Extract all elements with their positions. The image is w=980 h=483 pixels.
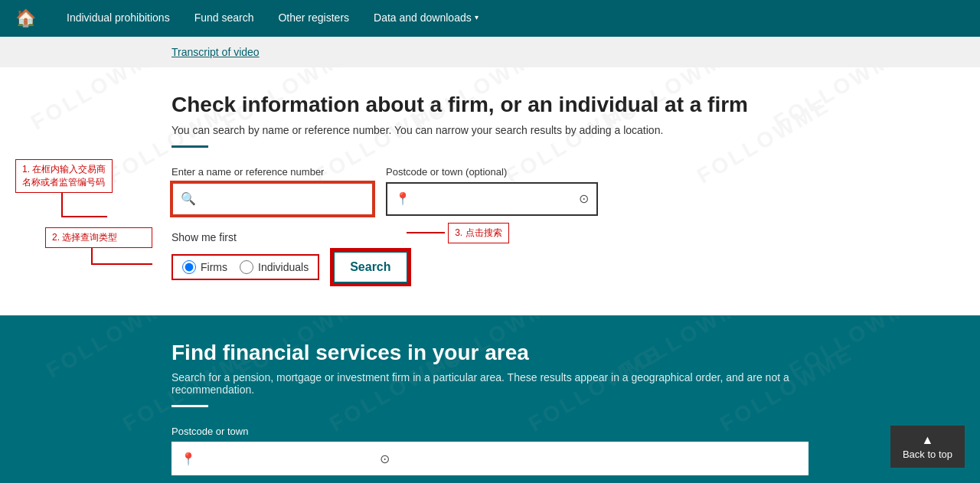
find-location-icon: 📍 bbox=[173, 445, 204, 472]
radio-firms[interactable]: Firms bbox=[182, 260, 227, 274]
find-title: Find financial services in your area bbox=[172, 340, 808, 366]
postcode-label: Postcode or town (optional) bbox=[386, 166, 598, 178]
transcript-bar: Transcript of video bbox=[0, 37, 980, 67]
show-me-section: Show me first 2. 选择查询类型 Firms Individua bbox=[172, 231, 808, 285]
home-icon[interactable]: 🏠 bbox=[15, 8, 36, 28]
section-divider-1 bbox=[172, 145, 208, 148]
name-input[interactable] bbox=[204, 184, 372, 214]
arrow-up-icon: ▲ bbox=[922, 433, 934, 447]
find-postcode-wrapper: 📍 ⊙ bbox=[172, 442, 808, 475]
check-search-button[interactable]: Search bbox=[333, 251, 407, 283]
find-postcode-input[interactable] bbox=[204, 443, 372, 474]
radio-group: Firms Individuals bbox=[172, 254, 319, 280]
nav-other-registers[interactable]: Other registers bbox=[266, 0, 361, 37]
find-location-detect-btn[interactable]: ⊙ bbox=[372, 445, 397, 472]
name-label: Enter a name or reference number bbox=[172, 166, 374, 178]
name-field-group: Enter a name or reference number 🔍 bbox=[172, 166, 374, 216]
postcode-input[interactable] bbox=[418, 184, 571, 214]
section-divider-2 bbox=[172, 405, 208, 407]
annotation-step1: 1. 在框内输入交易商名称或者监管编号码 bbox=[15, 159, 113, 193]
nav-fund-search[interactable]: Fund search bbox=[182, 0, 266, 37]
name-input-wrapper: 🔍 bbox=[172, 182, 374, 216]
search-row-1: Enter a name or reference number 🔍 Postc… bbox=[172, 166, 808, 216]
search-btn-wrapper: Search bbox=[332, 250, 409, 285]
postcode-field-group: Postcode or town (optional) 📍 ⊙ bbox=[386, 166, 598, 216]
transcript-link[interactable]: Transcript of video bbox=[172, 46, 260, 58]
back-to-top-label: Back to top bbox=[903, 449, 952, 460]
show-me-label: Show me first bbox=[172, 231, 808, 243]
location-detect-btn[interactable]: ⊙ bbox=[571, 185, 596, 212]
find-desc: Search for a pension, mortgage or invest… bbox=[172, 371, 808, 396]
annotation-step2: 2. 选择查询类型 bbox=[45, 227, 152, 248]
find-postcode-label: Postcode or town bbox=[172, 426, 808, 437]
radio-and-search-row: 2. 选择查询类型 Firms Individuals bbox=[172, 250, 808, 285]
radio-firms-input[interactable] bbox=[182, 260, 196, 274]
check-title: Check information about a firm, or an in… bbox=[172, 92, 808, 118]
chevron-down-icon: ▾ bbox=[475, 13, 479, 21]
location-icon: 📍 bbox=[387, 185, 418, 212]
radio-individuals[interactable]: Individuals bbox=[240, 260, 309, 274]
nav-bar: 🏠 Individual prohibitions Fund search Ot… bbox=[0, 0, 980, 37]
nav-items: Individual prohibitions Fund search Othe… bbox=[54, 0, 491, 37]
find-postcode-group: Postcode or town 📍 ⊙ bbox=[172, 426, 808, 475]
back-to-top-button[interactable]: ▲ Back to top bbox=[890, 426, 965, 468]
nav-individual-prohibitions[interactable]: Individual prohibitions bbox=[54, 0, 182, 37]
search-icon: 🔍 bbox=[173, 185, 204, 212]
nav-data-downloads[interactable]: Data and downloads ▾ bbox=[361, 0, 491, 37]
section-find: FOLLOWME FOLLOWME FOLLOWME FOLLOWME FOLL… bbox=[0, 315, 980, 483]
section-check: FOLLOWME FOLLOWME FOLLOWME FOLLOWME FOLL… bbox=[0, 67, 980, 315]
postcode-input-wrapper: 📍 ⊙ bbox=[386, 182, 598, 216]
radio-individuals-input[interactable] bbox=[240, 260, 253, 274]
check-desc: You can search by name or reference numb… bbox=[172, 124, 808, 136]
